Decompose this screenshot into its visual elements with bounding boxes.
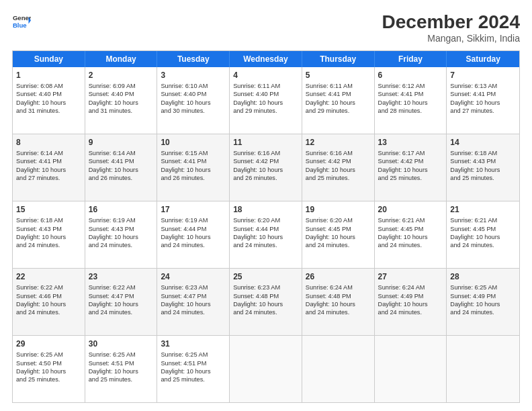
weekday-header: Friday (375, 51, 447, 67)
cell-line: and 27 minutes. (16, 174, 81, 182)
cell-line: and 24 minutes. (378, 308, 443, 316)
cell-line: and 24 minutes. (16, 308, 81, 316)
cell-line: and 24 minutes. (306, 241, 371, 249)
cell-line: Sunrise: 6:22 AM (89, 283, 154, 291)
cell-line: Sunrise: 6:23 AM (161, 283, 226, 291)
cell-line: and 24 minutes. (450, 241, 516, 249)
day-number: 14 (450, 137, 516, 148)
calendar-row: 22Sunrise: 6:22 AMSunset: 4:46 PMDayligh… (13, 268, 519, 335)
cell-line: Daylight: 10 hours (378, 233, 443, 241)
cell-line: and 29 minutes. (233, 107, 298, 115)
day-number: 26 (306, 271, 371, 282)
day-number: 2 (89, 70, 154, 81)
cell-line: Sunrise: 6:14 AM (89, 149, 154, 157)
cell-line: Daylight: 10 hours (16, 166, 81, 174)
cell-line: and 24 minutes. (161, 241, 226, 249)
cell-line: Sunrise: 6:25 AM (450, 283, 516, 291)
cell-line: and 26 minutes. (89, 174, 154, 182)
day-number: 29 (16, 338, 81, 349)
day-number: 21 (450, 204, 516, 215)
day-number: 16 (89, 204, 154, 215)
cell-line: Sunset: 4:41 PM (306, 90, 371, 98)
calendar-cell: 13Sunrise: 6:17 AMSunset: 4:42 PMDayligh… (375, 134, 447, 201)
cell-line: Daylight: 10 hours (16, 300, 81, 308)
calendar-cell: 12Sunrise: 6:16 AMSunset: 4:42 PMDayligh… (302, 134, 375, 201)
cell-line: Sunrise: 6:20 AM (306, 216, 371, 224)
cell-line: Sunset: 4:48 PM (233, 292, 298, 300)
calendar-cell: 2Sunrise: 6:09 AMSunset: 4:40 PMDaylight… (85, 67, 158, 134)
day-number: 22 (16, 271, 81, 282)
cell-line: Daylight: 10 hours (233, 300, 298, 308)
day-number: 3 (161, 70, 226, 81)
cell-line: Sunset: 4:44 PM (161, 225, 226, 233)
cell-line: Daylight: 10 hours (89, 300, 154, 308)
calendar-cell: 21Sunrise: 6:21 AMSunset: 4:45 PMDayligh… (447, 201, 519, 268)
weekday-header: Monday (85, 51, 158, 67)
cell-line: Daylight: 10 hours (378, 300, 443, 308)
cell-line: and 25 minutes. (89, 375, 154, 383)
calendar-cell (302, 336, 375, 402)
day-number: 11 (233, 137, 298, 148)
cell-line: Daylight: 10 hours (378, 99, 443, 107)
logo: General Blue (12, 12, 31, 31)
cell-line: Sunrise: 6:22 AM (16, 283, 81, 291)
cell-line: Sunrise: 6:17 AM (378, 149, 443, 157)
cell-line: Sunset: 4:51 PM (161, 359, 226, 367)
cell-line: Sunset: 4:48 PM (306, 292, 371, 300)
cell-line: Sunset: 4:41 PM (450, 90, 516, 98)
cell-line: Daylight: 10 hours (89, 166, 154, 174)
calendar-cell: 31Sunrise: 6:25 AMSunset: 4:51 PMDayligh… (157, 336, 230, 402)
day-number: 10 (161, 137, 226, 148)
calendar-cell: 5Sunrise: 6:11 AMSunset: 4:41 PMDaylight… (302, 67, 375, 134)
weekday-header: Thursday (302, 51, 375, 67)
cell-line: Sunrise: 6:14 AM (16, 149, 81, 157)
cell-line: Daylight: 10 hours (233, 166, 298, 174)
calendar-cell: 23Sunrise: 6:22 AMSunset: 4:47 PMDayligh… (85, 269, 158, 335)
cell-line: Daylight: 10 hours (161, 99, 226, 107)
cell-line: Sunset: 4:43 PM (16, 225, 81, 233)
day-number: 13 (378, 137, 443, 148)
day-number: 27 (378, 271, 443, 282)
cell-line: Sunrise: 6:11 AM (233, 82, 298, 90)
day-number: 9 (89, 137, 154, 148)
day-number: 17 (161, 204, 226, 215)
cell-line: Sunset: 4:47 PM (89, 292, 154, 300)
cell-line: Sunset: 4:41 PM (16, 157, 81, 165)
calendar-cell: 11Sunrise: 6:16 AMSunset: 4:42 PMDayligh… (230, 134, 302, 201)
day-number: 1 (16, 70, 81, 81)
calendar-cell: 10Sunrise: 6:15 AMSunset: 4:41 PMDayligh… (157, 134, 230, 201)
cell-line: and 30 minutes. (161, 107, 226, 115)
day-number: 12 (306, 137, 371, 148)
calendar-cell: 14Sunrise: 6:18 AMSunset: 4:43 PMDayligh… (447, 134, 519, 201)
cell-line: and 31 minutes. (16, 107, 81, 115)
calendar-body: 1Sunrise: 6:08 AMSunset: 4:40 PMDaylight… (13, 67, 519, 402)
day-number: 25 (233, 271, 298, 282)
calendar-cell: 25Sunrise: 6:23 AMSunset: 4:48 PMDayligh… (230, 269, 302, 335)
cell-line: Daylight: 10 hours (450, 233, 516, 241)
cell-line: Sunset: 4:45 PM (378, 225, 443, 233)
location: Mangan, Sikkim, India (382, 33, 520, 44)
cell-line: Daylight: 10 hours (16, 99, 81, 107)
cell-line: Sunrise: 6:19 AM (161, 216, 226, 224)
calendar-cell: 20Sunrise: 6:21 AMSunset: 4:45 PMDayligh… (375, 201, 447, 268)
calendar-cell: 27Sunrise: 6:24 AMSunset: 4:49 PMDayligh… (375, 269, 447, 335)
cell-line: Sunrise: 6:25 AM (16, 351, 81, 359)
cell-line: and 25 minutes. (378, 174, 443, 182)
calendar-page: General Blue December 2024 Mangan, Sikki… (0, 0, 532, 411)
cell-line: Daylight: 10 hours (161, 300, 226, 308)
cell-line: Sunset: 4:41 PM (161, 157, 226, 165)
svg-text:Blue: Blue (13, 21, 27, 29)
cell-line: Daylight: 10 hours (378, 166, 443, 174)
cell-line: Sunrise: 6:09 AM (89, 82, 154, 90)
calendar-cell: 15Sunrise: 6:18 AMSunset: 4:43 PMDayligh… (13, 201, 85, 268)
cell-line: Sunset: 4:41 PM (378, 90, 443, 98)
cell-line: Sunrise: 6:15 AM (161, 149, 226, 157)
calendar-cell: 7Sunrise: 6:13 AMSunset: 4:41 PMDaylight… (447, 67, 519, 134)
weekday-header: Sunday (13, 51, 85, 67)
cell-line: and 24 minutes. (161, 308, 226, 316)
cell-line: Sunset: 4:42 PM (306, 157, 371, 165)
calendar-cell: 29Sunrise: 6:25 AMSunset: 4:50 PMDayligh… (13, 336, 85, 402)
weekday-header: Saturday (447, 51, 519, 67)
cell-line: Sunset: 4:40 PM (161, 90, 226, 98)
cell-line: and 27 minutes. (450, 107, 516, 115)
